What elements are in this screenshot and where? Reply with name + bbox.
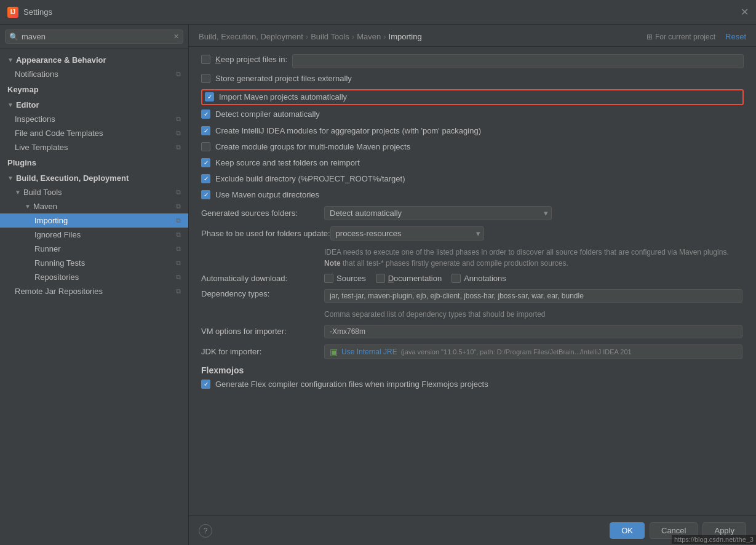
copy-icon: ⧉ [176, 70, 181, 78]
arrow-icon: ▼ [7, 175, 14, 181]
title-bar: IJ Settings ✕ [0, 0, 756, 25]
sidebar-item-appearance[interactable]: ▼ Appearance & Behavior [0, 52, 188, 67]
use-maven-output-row: Use Maven output directories [201, 189, 744, 201]
breadcrumb-part-2: Build Tools [311, 32, 349, 41]
sidebar-item-label: File and Code Templates [15, 129, 103, 138]
content-area: Build, Execution, Deployment › Build Too… [189, 25, 756, 545]
dependency-types-hint: Comma separated list of dependency types… [324, 309, 744, 320]
sidebar-item-runner[interactable]: Runner ⧉ [0, 242, 188, 256]
sidebar-item-inspections[interactable]: Inspections ⧉ [0, 112, 188, 126]
import-maven-auto-label: Import Maven projects automatically [219, 92, 347, 103]
search-input-wrap: 🔍 ✕ [5, 30, 183, 44]
sidebar-item-live-templates[interactable]: Live Templates ⧉ [0, 140, 188, 154]
ok-button[interactable]: OK [610, 522, 645, 539]
exclude-build-dir-label: Exclude build directory (%PROJECT_ROOT%/… [215, 173, 405, 185]
close-button[interactable]: ✕ [741, 6, 749, 18]
sidebar-item-build-tools[interactable]: ▼ Build Tools ⧉ [0, 185, 188, 199]
sidebar-item-importing[interactable]: Importing ⧉ [0, 213, 188, 228]
flexmojos-checkbox[interactable] [201, 380, 210, 389]
sources-checkbox[interactable] [324, 274, 333, 283]
sidebar-item-label: Maven [33, 202, 57, 211]
create-module-groups-row: Create module groups for multi-module Ma… [201, 141, 744, 153]
sidebar-item-label: Importing [34, 216, 68, 225]
create-module-groups-checkbox[interactable] [201, 142, 210, 151]
sidebar-item-label: Repositories [34, 272, 79, 282]
annotations-label: Annotations [464, 274, 506, 283]
sidebar-item-running-tests[interactable]: Running Tests ⧉ [0, 256, 188, 270]
store-generated-label: Store generated project files externally [215, 73, 352, 84]
sidebar-item-remote-jar[interactable]: Remote Jar Repositories ⧉ [0, 284, 188, 298]
phase-row: Phase to be used for folders update: pro… [201, 226, 744, 241]
sidebar-item-editor[interactable]: ▼ Editor [0, 97, 188, 112]
generated-sources-select[interactable]: Detect automatically Don't detect Surefi… [324, 206, 552, 220]
copy-icon: ⧉ [176, 287, 181, 295]
arrow-icon: ▼ [25, 203, 31, 210]
window-title: Settings [23, 7, 52, 17]
breadcrumb-part-1: Build, Execution, Deployment [199, 32, 303, 41]
sidebar-item-file-code-templates[interactable]: File and Code Templates ⧉ [0, 126, 188, 140]
jdk-label: JDK for importer: [201, 347, 324, 356]
dependency-types-label: Dependency types: [201, 289, 324, 298]
sidebar-item-label: Live Templates [15, 143, 68, 152]
arrow-icon: ▼ [7, 101, 14, 108]
create-intellij-modules-checkbox[interactable] [201, 126, 210, 135]
generated-sources-row: Generated sources folders: Detect automa… [201, 206, 744, 220]
phase-select-wrap: process-resources generate-sources none [330, 226, 484, 241]
sidebar-item-label: Remote Jar Repositories [15, 287, 103, 296]
search-input[interactable] [22, 32, 173, 41]
copy-icon: ⧉ [176, 202, 181, 210]
keep-project-files-input[interactable] [292, 54, 744, 68]
sidebar-item-label: Keymap [7, 85, 39, 94]
jdk-detail: (java version "11.0.5+10", path: D:/Prog… [401, 348, 632, 356]
documentation-checkbox-item[interactable]: Documentation [376, 274, 442, 283]
for-current-project: ⊞ For current project [647, 33, 715, 41]
sidebar-item-maven[interactable]: ▼ Maven ⧉ [0, 199, 188, 213]
keep-project-files-label: Keep project files in: [215, 54, 287, 65]
store-generated-checkbox[interactable] [201, 74, 210, 83]
help-button[interactable]: ? [199, 524, 212, 538]
create-intellij-modules-label: Create IntelliJ IDEA modules for aggrega… [215, 125, 481, 137]
breadcrumb-part-3: Maven [357, 32, 381, 41]
sources-checkbox-item[interactable]: Sources [324, 274, 366, 283]
dependency-types-input[interactable] [324, 289, 742, 303]
copy-icon: ⧉ [176, 129, 181, 137]
use-maven-output-label: Use Maven output directories [215, 189, 319, 201]
vm-options-label: VM options for importer: [201, 327, 324, 336]
copy-icon: ⧉ [176, 143, 181, 151]
breadcrumb-current: Importing [389, 32, 422, 41]
reset-button[interactable]: Reset [725, 32, 746, 41]
create-intellij-modules-row: Create IntelliJ IDEA modules for aggrega… [201, 125, 744, 137]
import-maven-auto-checkbox[interactable] [205, 92, 214, 101]
sidebar-item-label: Build Tools [23, 188, 62, 197]
sidebar-item-keymap[interactable]: Keymap [0, 81, 188, 97]
documentation-label: Documentation [388, 274, 442, 283]
sidebar-item-ignored-files[interactable]: Ignored Files ⧉ [0, 228, 188, 242]
app-icon: IJ [7, 7, 18, 18]
flexmojos-check-row: Generate Flex compiler configuration fil… [201, 379, 744, 390]
keep-project-files-checkbox[interactable] [201, 55, 210, 64]
generated-sources-select-wrap: Detect automatically Don't detect Surefi… [324, 206, 552, 220]
watermark: https://blog.csdn.net/the_3 [672, 535, 756, 544]
phase-info-text: IDEA needs to execute one of the listed … [324, 248, 729, 257]
keep-source-test-row: Keep source and test folders on reimport [201, 157, 744, 169]
annotations-checkbox-item[interactable]: Annotations [452, 274, 506, 283]
documentation-checkbox[interactable] [376, 274, 385, 283]
annotations-checkbox[interactable] [452, 274, 461, 283]
use-maven-output-checkbox[interactable] [201, 190, 210, 199]
sidebar-item-repositories[interactable]: Repositories ⧉ [0, 270, 188, 284]
copy-icon: ⧉ [176, 231, 181, 239]
sidebar-item-plugins[interactable]: Plugins [0, 154, 188, 170]
search-clear-button[interactable]: ✕ [173, 33, 179, 41]
exclude-build-dir-checkbox[interactable] [201, 174, 210, 183]
search-icon: 🔍 [9, 33, 18, 41]
sidebar-item-notifications[interactable]: Notifications ⧉ [0, 67, 188, 81]
settings-panel: Keep project files in: Store generated p… [189, 47, 756, 515]
jdk-select[interactable]: ▣ Use Internal JRE (java version "11.0.5… [324, 344, 742, 359]
detect-compiler-checkbox[interactable] [201, 109, 210, 119]
create-module-groups-label: Create module groups for multi-module Ma… [215, 141, 410, 153]
vm-options-input[interactable] [324, 325, 742, 338]
phase-select[interactable]: process-resources generate-sources none [330, 226, 484, 241]
sidebar-item-label: Running Tests [34, 258, 85, 268]
keep-source-test-checkbox[interactable] [201, 158, 210, 167]
sidebar-item-build-execution[interactable]: ▼ Build, Execution, Deployment [0, 170, 188, 185]
